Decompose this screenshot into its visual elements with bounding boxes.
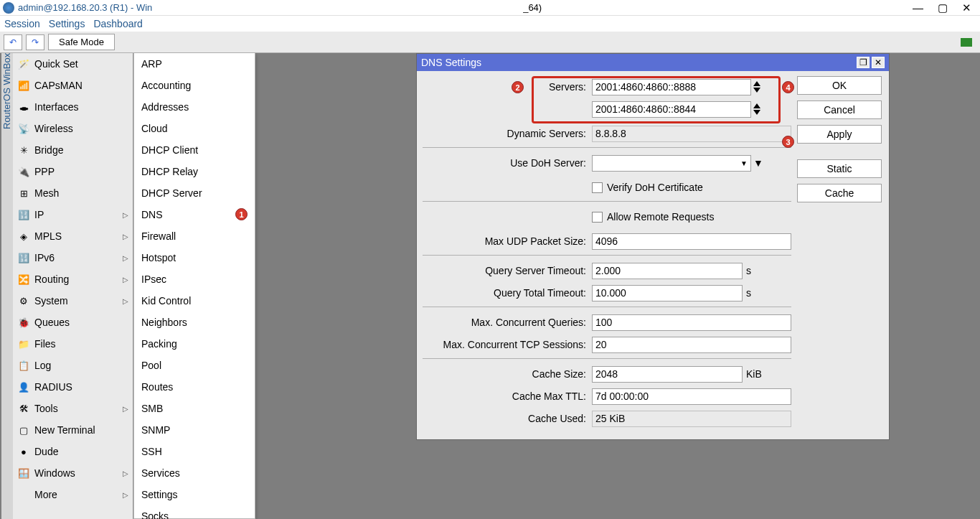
- submenu-item-accounting[interactable]: Accounting: [134, 75, 255, 96]
- menu-settings[interactable]: Settings: [49, 18, 85, 29]
- submenu-item-services[interactable]: Services: [134, 462, 255, 484]
- dynamic-value: [592, 126, 791, 142]
- submenu-item-kid-control[interactable]: Kid Control: [134, 290, 255, 312]
- submenu-item-firewall[interactable]: Firewall: [134, 225, 255, 247]
- app-icon: [3, 2, 14, 14]
- submenu-item-dhcp-client[interactable]: DHCP Client: [134, 139, 255, 161]
- sidebar-item-label: MPLS: [34, 230, 62, 242]
- ok-button[interactable]: OK: [797, 76, 882, 95]
- sidebar-item-ipv6[interactable]: 🔢IPv6▷: [13, 247, 133, 268]
- qtt-label: Query Total Timeout:: [423, 287, 592, 299]
- sidebar-item-mpls[interactable]: ◈MPLS▷: [13, 225, 133, 247]
- sidebar-item-interfaces[interactable]: 🕳Interfaces: [13, 96, 133, 118]
- sidebar-icon: 🐞: [17, 316, 30, 329]
- dns-close-button[interactable]: ✕: [872, 57, 885, 68]
- submenu-item-hotspot[interactable]: Hotspot: [134, 247, 255, 268]
- sidebar-item-queues[interactable]: 🐞Queues: [13, 312, 133, 333]
- sidebar-item-label: Windows: [34, 467, 75, 479]
- submenu-item-ssh[interactable]: SSH: [134, 441, 255, 462]
- callout-3-badge: 3: [782, 136, 794, 148]
- submenu-item-smb[interactable]: SMB: [134, 398, 255, 419]
- submenu-item-snmp[interactable]: SNMP: [134, 419, 255, 441]
- maximize-button[interactable]: ▢: [938, 1, 948, 14]
- sidebar-item-new-terminal[interactable]: ▢New Terminal: [13, 419, 133, 441]
- sidebar-item-system[interactable]: ⚙System▷: [13, 290, 133, 312]
- sidebar-item-quick-set[interactable]: 🪄Quick Set: [13, 53, 133, 75]
- sidebar-icon: ▢: [17, 424, 30, 436]
- sidebar-item-routing[interactable]: 🔀Routing▷: [13, 268, 133, 290]
- cs-input[interactable]: [592, 366, 743, 383]
- sidebar-item-radius[interactable]: 👤RADIUS: [13, 376, 133, 398]
- minimize-button[interactable]: —: [913, 1, 923, 14]
- dns-restore-button[interactable]: ❐: [857, 57, 870, 68]
- safe-mode-button[interactable]: Safe Mode: [48, 34, 115, 50]
- chevron-right-icon: ▷: [123, 276, 128, 284]
- submenu-item-dhcp-relay[interactable]: DHCP Relay: [134, 161, 255, 182]
- sidebar-item-capsman[interactable]: 📶CAPsMAN: [13, 75, 133, 96]
- qst-input[interactable]: [592, 263, 743, 279]
- sidebar-item-dude[interactable]: ●Dude: [13, 441, 133, 462]
- sidebar-item-log[interactable]: 📋Log: [13, 355, 133, 376]
- dns-titlebar[interactable]: DNS Settings ❐ ✕: [417, 54, 889, 71]
- sidebar-item-wireless[interactable]: 📡Wireless: [13, 118, 133, 139]
- mct-input[interactable]: [592, 337, 791, 353]
- server1-spinner[interactable]: [753, 81, 760, 93]
- cache-button[interactable]: Cache: [797, 184, 882, 202]
- sidebar-item-more[interactable]: More▷: [13, 484, 133, 505]
- verify-doh-checkbox[interactable]: [592, 182, 603, 193]
- status-led: [961, 38, 972, 47]
- doh-dropdown[interactable]: ▼: [592, 155, 751, 172]
- sidebar-icon: 📁: [17, 337, 30, 350]
- allow-remote-checkbox[interactable]: [592, 212, 603, 223]
- qst-label: Query Server Timeout:: [423, 265, 592, 276]
- udp-input[interactable]: [592, 233, 791, 250]
- sidebar-icon: ◈: [17, 230, 30, 243]
- sidebar-item-label: System: [34, 295, 68, 307]
- sidebar-item-label: IP: [34, 209, 44, 220]
- sidebar: 🪄Quick Set📶CAPsMAN🕳Interfaces📡Wireless✳B…: [13, 53, 133, 519]
- submenu-item-settings[interactable]: Settings: [134, 484, 255, 505]
- sidebar-item-bridge[interactable]: ✳Bridge: [13, 139, 133, 161]
- undo-button[interactable]: ↶: [4, 34, 22, 50]
- menu-dashboard[interactable]: Dashboard: [93, 18, 143, 29]
- sidebar-item-files[interactable]: 📁Files: [13, 333, 133, 355]
- chevron-right-icon: ▷: [123, 233, 128, 240]
- sidebar-item-label: Interfaces: [34, 101, 78, 113]
- server1-input[interactable]: [592, 79, 751, 95]
- menu-session[interactable]: Session: [4, 18, 40, 29]
- redo-button[interactable]: ↷: [26, 34, 44, 50]
- submenu-item-arp[interactable]: ARP: [134, 53, 255, 75]
- submenu-item-ipsec[interactable]: IPsec: [134, 268, 255, 290]
- sidebar-item-tools[interactable]: 🛠Tools▷: [13, 398, 133, 419]
- sidebar-item-windows[interactable]: 🪟Windows▷: [13, 462, 133, 484]
- sidebar-item-mesh[interactable]: ⊞Mesh: [13, 182, 133, 204]
- submenu-item-cloud[interactable]: Cloud: [134, 118, 255, 139]
- ip-submenu: ARPAccountingAddressesCloudDHCP ClientDH…: [133, 53, 255, 519]
- static-button[interactable]: Static: [797, 159, 882, 178]
- sidebar-icon: 🔀: [17, 273, 30, 286]
- sidebar-item-ip[interactable]: 🔢IP▷: [13, 204, 133, 225]
- sidebar-item-label: Queues: [34, 317, 70, 328]
- chevron-right-icon: ▷: [123, 469, 128, 477]
- doh-arrow-down-icon[interactable]: ▼: [753, 157, 766, 169]
- close-button[interactable]: ✕: [962, 1, 971, 14]
- submenu-item-packing[interactable]: Packing: [134, 333, 255, 355]
- cancel-button[interactable]: Cancel: [797, 100, 882, 119]
- submenu-item-routes[interactable]: Routes: [134, 376, 255, 398]
- server2-spinner[interactable]: [753, 103, 760, 115]
- qtt-input[interactable]: [592, 285, 743, 301]
- sidebar-icon: 🔢: [17, 251, 30, 264]
- submenu-item-socks[interactable]: Socks: [134, 505, 255, 519]
- submenu-item-dns[interactable]: DNS1: [134, 204, 255, 225]
- submenu-item-neighbors[interactable]: Neighbors: [134, 312, 255, 333]
- mcq-input[interactable]: [592, 314, 791, 331]
- submenu-item-addresses[interactable]: Addresses: [134, 96, 255, 118]
- sidebar-item-ppp[interactable]: 🔌PPP: [13, 161, 133, 182]
- submenu-item-dhcp-server[interactable]: DHCP Server: [134, 182, 255, 204]
- qst-unit: s: [743, 265, 764, 276]
- verify-doh-label: Verify DoH Certificate: [607, 182, 703, 193]
- submenu-item-pool[interactable]: Pool: [134, 355, 255, 376]
- cmt-input[interactable]: [592, 388, 791, 405]
- server2-input[interactable]: [592, 101, 751, 118]
- apply-button[interactable]: Apply: [797, 125, 882, 144]
